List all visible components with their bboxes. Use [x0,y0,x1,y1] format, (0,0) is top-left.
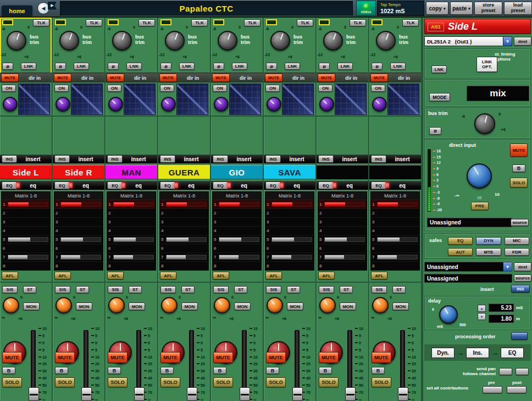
pan-knob[interactable] [267,97,281,112]
matrix-row[interactable]: 8 [213,262,261,271]
channel-name[interactable]: SAVA [264,165,315,179]
channel-name[interactable]: Side R [53,165,104,179]
copy-button[interactable]: copy▾ [426,2,448,15]
matrix-row[interactable]: 5 [54,235,103,244]
bus-trim-knob[interactable] [59,31,79,51]
direct-input-level-knob[interactable] [467,163,492,189]
select-indicator[interactable] [160,19,171,25]
matrix-row[interactable]: 5 [371,235,419,244]
sis-button[interactable]: SIS [372,286,387,293]
link-button[interactable]: LNK [74,63,89,70]
talkback-button[interactable]: TLK [402,19,419,26]
fader-track[interactable] [136,330,141,398]
fader-handle[interactable] [398,387,408,401]
fader-handle[interactable] [134,387,145,401]
b-button[interactable]: B [512,164,525,172]
matrix-row[interactable]: 8 [54,262,103,271]
select-indicator[interactable] [372,19,383,25]
insert-button[interactable]: INS [318,155,334,163]
matrix-row[interactable]: 6 [318,244,367,253]
response-graph[interactable] [229,84,261,115]
fader-handle[interactable] [240,387,250,401]
matrix-row[interactable]: 6 [160,244,208,253]
matrix-row[interactable]: 5 [213,235,261,244]
eq-button[interactable]: EQ [54,182,70,189]
matrix-row[interactable]: 3 [265,218,314,227]
insert-button[interactable]: INS [213,155,228,163]
talkback-button[interactable]: TLK [350,19,366,26]
dest-select[interactable]: Unassigned ▼ [424,262,512,272]
send-level-knob[interactable] [3,297,19,314]
insert-button[interactable]: INS [54,155,70,163]
matrix-row[interactable]: 7 [107,253,156,262]
eq-button[interactable]: EQ [318,182,334,189]
stereo-button[interactable]: ST [340,286,353,293]
matrix-row[interactable]: 4 [371,227,419,235]
safe-mte-button[interactable]: MTE [476,248,501,256]
nav-back-button[interactable]: ◀ [37,2,49,14]
matrix-row[interactable]: 8 [371,262,419,271]
link-button[interactable]: LNK [337,63,353,70]
delay-knob[interactable] [439,305,458,324]
solo-button[interactable]: SOLO [160,377,180,387]
matrix-row[interactable]: 7 [213,253,261,262]
response-graph[interactable] [71,84,103,115]
select-indicator[interactable] [266,19,277,25]
fader-handle[interactable] [292,387,303,401]
source-button[interactable]: source [514,274,531,282]
matrix-row[interactable]: 1 [54,200,103,209]
afl-button[interactable]: AFL [265,272,282,279]
safe-mic-button[interactable]: MIC [505,237,529,245]
chain-dyn-button[interactable]: Dyn. [431,348,455,358]
fader-track[interactable] [242,330,247,398]
dest-button[interactable]: dest [514,37,531,46]
set-all-pre-button[interactable] [483,386,502,393]
matrix-row[interactable]: 2 [318,209,367,218]
insert-button[interactable]: INS [265,155,281,163]
response-graph[interactable] [18,84,50,115]
output-select[interactable]: DL251A 2 (Out1 ) ▼ [424,36,512,46]
matrix-row[interactable]: 8 [160,262,208,271]
matrix-row[interactable]: 4 [213,227,261,235]
matrix-row[interactable]: 5 [160,235,208,244]
fader-track[interactable] [347,330,352,398]
matrix-row[interactable]: 7 [160,253,208,262]
phase-button[interactable]: ø [266,63,277,70]
fader-track[interactable] [84,330,88,398]
afl-button[interactable]: AFL [318,272,335,279]
mon-button[interactable]: MON [234,303,251,310]
select-indicator[interactable] [2,19,13,25]
on-button[interactable]: ON [318,85,332,92]
link-button[interactable]: LNK [126,63,142,70]
response-graph[interactable] [124,84,156,115]
tap-tempo-button[interactable]: Tap Tempo 1022 mS [377,1,424,16]
fader-track[interactable] [295,330,300,398]
matrix-row[interactable]: 3 [213,218,261,227]
matrix-row[interactable]: 3 [160,218,208,227]
b-button[interactable]: B [319,367,332,374]
input-mute-button[interactable]: MUTE [107,74,124,82]
channel-mute-button[interactable]: MUTE [108,352,128,363]
matrix-row[interactable]: 2 [2,209,50,218]
channel-name[interactable] [317,165,368,179]
matrix-row[interactable]: 4 [160,227,208,235]
store-preset-button[interactable]: storepreset [474,2,502,15]
mode-button[interactable]: MODE [429,93,450,101]
matrix-row[interactable]: 1 [107,200,156,209]
channel-name[interactable] [369,165,421,179]
matrix-row[interactable]: 4 [54,227,103,235]
on-button[interactable]: ON [107,85,121,92]
link-button[interactable]: LNK [285,63,300,70]
on-button[interactable]: ON [160,85,174,92]
pan-knob[interactable] [319,97,334,112]
insert-button[interactable]: INS [511,285,530,293]
channel-mute-button[interactable]: MUTE [55,352,75,363]
link-button[interactable]: LNK [21,63,36,70]
solo-button[interactable]: SOLO [319,377,339,387]
select-indicator[interactable] [213,19,224,25]
stereo-button[interactable]: ST [129,286,142,293]
insert-button[interactable]: INS [371,155,386,163]
mon-button[interactable]: MON [181,303,198,310]
solo-button[interactable]: SOLO [266,377,286,387]
pan-knob[interactable] [161,97,176,112]
